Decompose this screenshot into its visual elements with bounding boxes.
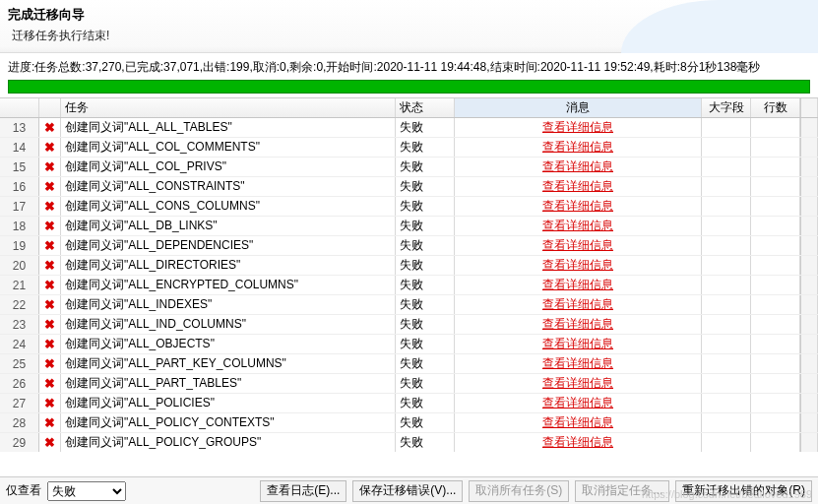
detail-link[interactable]: 查看详细信息 [542, 296, 613, 313]
bigfield-cell [702, 197, 751, 216]
error-icon: ✖ [39, 118, 61, 137]
error-icon: ✖ [39, 315, 61, 334]
detail-link[interactable]: 查看详细信息 [542, 277, 613, 293]
table-row[interactable]: 15✖创建同义词"ALL_COL_PRIVS"失败查看详细信息 [0, 158, 818, 177]
save-errors-button[interactable]: 保存迁移错误(V)... [352, 480, 463, 502]
error-icon: ✖ [39, 295, 61, 314]
rowcount-cell [751, 374, 800, 393]
results-table: 任务 状态 消息 大字段 行数 13✖创建同义词"ALL_ALL_TABLES"… [0, 97, 818, 452]
view-log-button[interactable]: 查看日志(E)... [260, 480, 346, 502]
task-message: 查看详细信息 [455, 315, 702, 334]
task-name: 创建同义词"ALL_COL_PRIVS" [61, 158, 396, 176]
error-icon: ✖ [39, 413, 61, 432]
detail-link[interactable]: 查看详细信息 [542, 355, 613, 372]
row-number: 25 [0, 354, 39, 373]
detail-link[interactable]: 查看详细信息 [542, 119, 613, 136]
table-row[interactable]: 17✖创建同义词"ALL_CONS_COLUMNS"失败查看详细信息 [0, 197, 818, 217]
rowcount-cell [751, 335, 800, 353]
table-row[interactable]: 20✖创建同义词"ALL_DIRECTORIES"失败查看详细信息 [0, 256, 818, 276]
detail-link[interactable]: 查看详细信息 [542, 139, 613, 156]
table-row[interactable]: 24✖创建同义词"ALL_OBJECTS"失败查看详细信息 [0, 335, 818, 354]
col-header-message[interactable]: 消息 [455, 98, 702, 117]
task-name: 创建同义词"ALL_POLICIES" [61, 394, 396, 412]
error-icon: ✖ [39, 433, 61, 452]
scrollbar-gutter [800, 335, 818, 353]
col-header-status[interactable]: 状态 [396, 98, 455, 117]
table-row[interactable]: 25✖创建同义词"ALL_PART_KEY_COLUMNS"失败查看详细信息 [0, 354, 818, 374]
bigfield-cell [702, 374, 751, 393]
task-message: 查看详细信息 [455, 158, 702, 176]
error-icon: ✖ [39, 394, 61, 412]
scrollbar-gutter [800, 374, 818, 393]
col-header-rownum[interactable] [0, 98, 39, 117]
detail-link[interactable]: 查看详细信息 [542, 316, 613, 333]
table-row[interactable]: 23✖创建同义词"ALL_IND_COLUMNS"失败查看详细信息 [0, 315, 818, 335]
detail-link[interactable]: 查看详细信息 [542, 434, 613, 451]
task-status: 失败 [396, 197, 455, 216]
bigfield-cell [702, 256, 751, 275]
col-header-bigfield[interactable]: 大字段 [702, 98, 751, 117]
scrollbar-gutter [800, 236, 818, 255]
table-row[interactable]: 21✖创建同义词"ALL_ENCRYPTED_COLUMNS"失败查看详细信息 [0, 276, 818, 295]
detail-link[interactable]: 查看详细信息 [542, 414, 613, 431]
bigfield-cell [702, 236, 751, 255]
detail-link[interactable]: 查看详细信息 [542, 257, 613, 274]
col-header-icon[interactable] [39, 98, 61, 117]
task-name: 创建同义词"ALL_ENCRYPTED_COLUMNS" [61, 276, 396, 294]
detail-link[interactable]: 查看详细信息 [542, 158, 613, 175]
error-icon: ✖ [39, 197, 61, 216]
table-row[interactable]: 13✖创建同义词"ALL_ALL_TABLES"失败查看详细信息 [0, 118, 818, 138]
task-name: 创建同义词"ALL_COL_COMMENTS" [61, 138, 396, 157]
scrollbar-gutter [800, 315, 818, 334]
detail-link[interactable]: 查看详细信息 [542, 336, 613, 352]
table-row[interactable]: 26✖创建同义词"ALL_PART_TABLES"失败查看详细信息 [0, 374, 818, 394]
scrollbar-gutter [800, 177, 818, 196]
table-row[interactable]: 27✖创建同义词"ALL_POLICIES"失败查看详细信息 [0, 394, 818, 413]
table-row[interactable]: 18✖创建同义词"ALL_DB_LINKS"失败查看详细信息 [0, 217, 818, 236]
table-body[interactable]: 13✖创建同义词"ALL_ALL_TABLES"失败查看详细信息14✖创建同义词… [0, 118, 818, 452]
bigfield-cell [702, 295, 751, 314]
retry-errors-button[interactable]: 重新迁移出错的对象(R) [675, 480, 812, 502]
detail-link[interactable]: 查看详细信息 [542, 395, 613, 411]
row-number: 17 [0, 197, 39, 216]
error-icon: ✖ [39, 256, 61, 275]
row-number: 19 [0, 236, 39, 255]
rowcount-cell [751, 158, 800, 176]
rowcount-cell [751, 236, 800, 255]
progress-bar [8, 80, 810, 94]
table-row[interactable]: 22✖创建同义词"ALL_INDEXES"失败查看详细信息 [0, 295, 818, 315]
task-message: 查看详细信息 [455, 335, 702, 353]
detail-link[interactable]: 查看详细信息 [542, 375, 613, 392]
task-status: 失败 [396, 217, 455, 235]
table-row[interactable]: 14✖创建同义词"ALL_COL_COMMENTS"失败查看详细信息 [0, 138, 818, 158]
task-message: 查看详细信息 [455, 295, 702, 314]
row-number: 21 [0, 276, 39, 294]
table-row[interactable]: 19✖创建同义词"ALL_DEPENDENCIES"失败查看详细信息 [0, 236, 818, 256]
detail-link[interactable]: 查看详细信息 [542, 237, 613, 254]
footer-toolbar: 仅查看 失败 查看日志(E)... 保存迁移错误(V)... 取消所有任务(S)… [0, 476, 818, 504]
error-icon: ✖ [39, 354, 61, 373]
bigfield-cell [702, 433, 751, 452]
task-name: 创建同义词"ALL_POLICY_GROUPS" [61, 433, 396, 452]
col-header-rows[interactable]: 行数 [751, 98, 800, 117]
rowcount-cell [751, 256, 800, 275]
table-row[interactable]: 29✖创建同义词"ALL_POLICY_GROUPS"失败查看详细信息 [0, 433, 818, 452]
detail-link[interactable]: 查看详细信息 [542, 178, 613, 195]
filter-select[interactable]: 失败 [47, 481, 126, 501]
bigfield-cell [702, 158, 751, 176]
task-message: 查看详细信息 [455, 118, 702, 137]
rowcount-cell [751, 177, 800, 196]
detail-link[interactable]: 查看详细信息 [542, 218, 613, 234]
row-number: 28 [0, 413, 39, 432]
table-row[interactable]: 28✖创建同义词"ALL_POLICY_CONTEXTS"失败查看详细信息 [0, 413, 818, 433]
detail-link[interactable]: 查看详细信息 [542, 198, 613, 215]
row-number: 13 [0, 118, 39, 137]
scrollbar-gutter [800, 256, 818, 275]
col-header-task[interactable]: 任务 [61, 98, 396, 117]
rowcount-cell [751, 354, 800, 373]
task-message: 查看详细信息 [455, 236, 702, 255]
bigfield-cell [702, 177, 751, 196]
task-name: 创建同义词"ALL_CONS_COLUMNS" [61, 197, 396, 216]
rowcount-cell [751, 138, 800, 157]
table-row[interactable]: 16✖创建同义词"ALL_CONSTRAINTS"失败查看详细信息 [0, 177, 818, 197]
